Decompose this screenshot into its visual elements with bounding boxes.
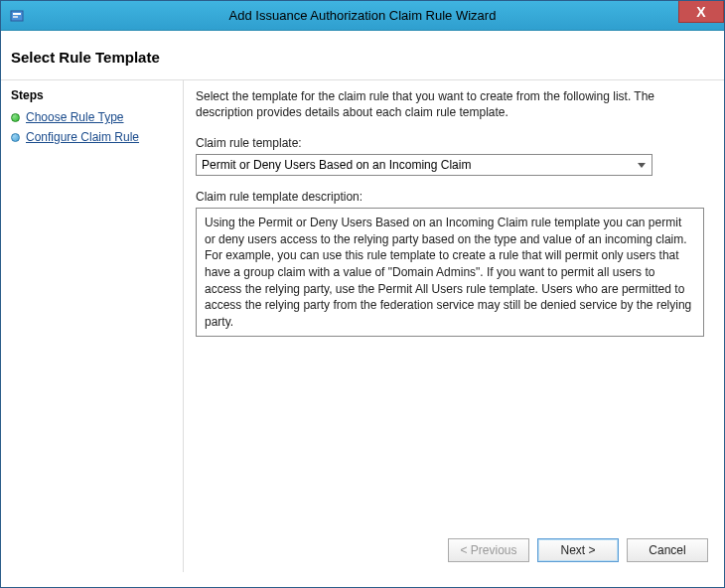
previous-button: < Previous (448, 538, 529, 562)
steps-heading: Steps (11, 88, 173, 102)
claim-rule-template-dropdown[interactable]: Permit or Deny Users Based on an Incomin… (196, 154, 652, 176)
close-icon: X (696, 4, 705, 20)
svg-rect-1 (13, 13, 21, 15)
description-label: Claim rule template description: (196, 190, 708, 204)
app-icon (9, 8, 25, 24)
cancel-button[interactable]: Cancel (627, 538, 708, 562)
step-choose-rule-type[interactable]: Choose Rule Type (11, 110, 173, 124)
step-configure-claim-rule[interactable]: Configure Claim Rule (11, 130, 173, 144)
spacer (196, 337, 708, 530)
dropdown-selected-value: Permit or Deny Users Based on an Incomin… (202, 158, 471, 172)
wizard-header: Select Rule Template (1, 31, 724, 80)
close-button[interactable]: X (678, 1, 724, 23)
wizard-content: Steps Choose Rule Type Configure Claim R… (1, 80, 724, 572)
step-label: Choose Rule Type (26, 110, 124, 124)
intro-text: Select the template for the claim rule t… (196, 88, 708, 120)
template-label: Claim rule template: (196, 136, 708, 150)
main-panel: Select the template for the claim rule t… (184, 80, 724, 572)
button-label: < Previous (460, 543, 516, 557)
window-title: Add Issuance Authorization Claim Rule Wi… (1, 8, 724, 23)
page-title: Select Rule Template (11, 49, 714, 66)
template-description: Using the Permit or Deny Users Based on … (196, 208, 704, 337)
button-row: < Previous Next > Cancel (196, 530, 708, 562)
step-active-icon (11, 113, 20, 122)
svg-rect-2 (13, 16, 18, 18)
titlebar: Add Issuance Authorization Claim Rule Wi… (1, 1, 724, 31)
step-pending-icon (11, 133, 20, 142)
steps-sidebar: Steps Choose Rule Type Configure Claim R… (1, 80, 184, 572)
button-label: Cancel (649, 543, 685, 557)
button-label: Next > (560, 543, 595, 557)
next-button[interactable]: Next > (537, 538, 619, 562)
step-label: Configure Claim Rule (26, 130, 139, 144)
